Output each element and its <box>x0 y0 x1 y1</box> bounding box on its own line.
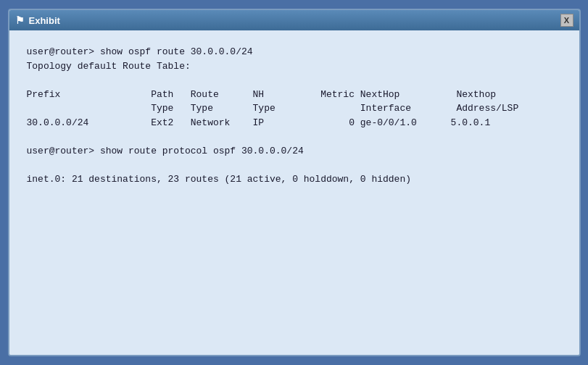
terminal-line: inet.0: 21 destinations, 23 routes (21 a… <box>27 172 562 187</box>
window-title: Exhibit <box>29 15 60 26</box>
terminal-line: user@router> show ospf route 30.0.0.0/24 <box>27 45 562 59</box>
terminal-line: Prefix Path Route NH Metric NextHop Next… <box>27 88 562 102</box>
terminal-line <box>27 158 562 172</box>
title-bar-left: ⚑ Exhibit <box>15 14 60 26</box>
terminal-line: 30.0.0.0/24 Ext2 Network IP 0 ge-0/0/1.0… <box>27 116 562 130</box>
terminal-line: Topology default Route Table: <box>27 59 562 74</box>
terminal-output: user@router> show ospf route 30.0.0.0/24… <box>27 45 562 186</box>
close-button[interactable]: X <box>560 14 573 27</box>
terminal-line <box>27 73 562 88</box>
exhibit-window: ⚑ Exhibit X user@router> show ospf route… <box>8 9 581 356</box>
window-icon: ⚑ <box>15 14 25 26</box>
terminal-line <box>27 130 562 144</box>
title-bar: ⚑ Exhibit X <box>9 10 579 30</box>
terminal-line: user@router> show route protocol ospf 30… <box>27 144 562 159</box>
content-area: user@router> show ospf route 30.0.0.0/24… <box>9 30 579 355</box>
terminal-line: Type Type Type Interface Address/LSP <box>27 101 562 116</box>
